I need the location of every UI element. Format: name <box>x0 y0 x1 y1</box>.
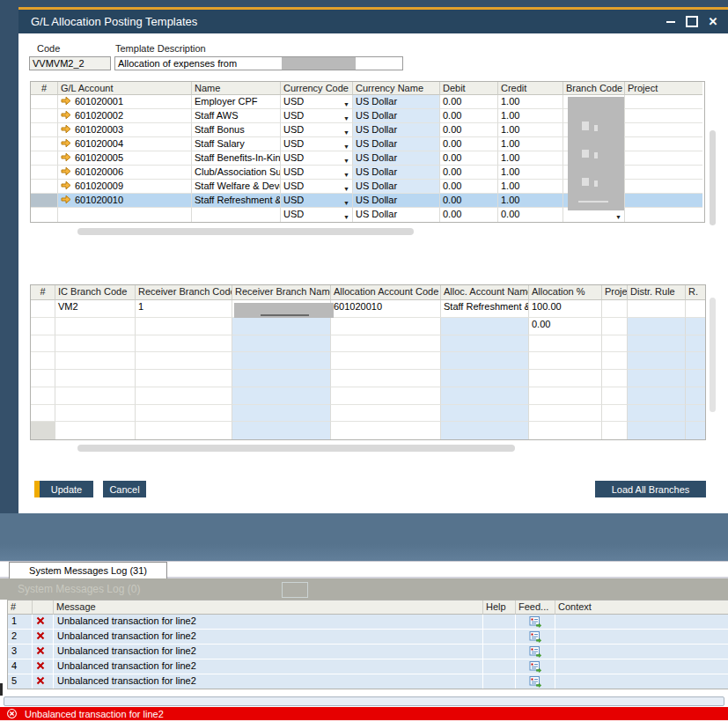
credit-cell[interactable]: 1.00 <box>498 166 563 180</box>
allocation-account-code-cell[interactable] <box>331 335 441 353</box>
currency-code-cell[interactable]: USD▼ <box>281 151 353 166</box>
chevron-down-icon[interactable]: ▼ <box>343 124 349 136</box>
project-cell[interactable] <box>602 300 628 318</box>
r-cell[interactable] <box>686 422 705 439</box>
project-cell[interactable] <box>625 137 702 151</box>
help-cell[interactable] <box>483 630 516 644</box>
r-cell[interactable] <box>686 387 705 405</box>
load-all-branches-button[interactable]: Load All Branches <box>595 481 706 497</box>
project-cell[interactable] <box>625 109 702 123</box>
credit-cell[interactable]: 0.00 <box>498 208 563 222</box>
chevron-down-icon[interactable]: ▼ <box>343 110 349 122</box>
context-cell[interactable] <box>555 674 728 689</box>
row-selector[interactable] <box>31 208 58 222</box>
distr-rule-cell[interactable] <box>628 387 686 405</box>
r-cell[interactable] <box>686 405 705 423</box>
debit-cell[interactable]: 0.00 <box>440 95 498 109</box>
receiver-branch-code-cell[interactable]: 1 <box>136 300 232 318</box>
currency-name-cell[interactable]: US Dollar <box>353 137 440 151</box>
chevron-down-icon[interactable]: ▼ <box>343 180 349 193</box>
chevron-down-icon[interactable]: ▼ <box>343 138 349 151</box>
credit-cell[interactable]: 1.00 <box>498 180 563 194</box>
gl-account-cell[interactable]: 601020002 <box>58 109 192 123</box>
receiver-branch-name-cell[interactable] <box>232 335 331 353</box>
row-selector[interactable] <box>31 109 58 123</box>
messages-panel-titlebar[interactable]: System Messages Log (0) <box>0 578 728 600</box>
alloc-account-name-cell[interactable] <box>441 387 529 405</box>
row-selector[interactable] <box>31 123 58 137</box>
gl-account-cell[interactable]: 601020001 <box>58 95 192 109</box>
ic-branch-code-cell[interactable] <box>55 422 136 439</box>
window-titlebar[interactable]: G/L Allocation Posting Templates ✕ <box>18 10 728 33</box>
allocation-account-code-cell[interactable] <box>331 422 441 439</box>
receiver-branch-name-cell[interactable] <box>232 387 331 405</box>
gl-account-cell[interactable]: 601020009 <box>58 180 192 194</box>
name-cell[interactable]: Staff Refreshment & W <box>192 194 281 208</box>
receiver-branch-code-cell[interactable] <box>136 370 232 387</box>
ic-branch-code-cell[interactable] <box>55 318 136 335</box>
receiver-branch-name-cell[interactable] <box>232 370 331 387</box>
project-cell[interactable] <box>625 180 702 194</box>
project-cell[interactable] <box>602 335 628 353</box>
debit-cell[interactable]: 0.00 <box>440 208 498 222</box>
link-arrow-icon[interactable] <box>61 195 71 207</box>
ic-branch-code-cell[interactable] <box>55 335 136 353</box>
link-arrow-icon[interactable] <box>61 124 71 136</box>
r-cell[interactable] <box>686 352 705 370</box>
name-cell[interactable]: Staff Welfare & Devel <box>192 180 281 194</box>
ic-branch-code-cell[interactable] <box>55 370 136 387</box>
minimize-icon[interactable] <box>663 14 679 30</box>
link-arrow-icon[interactable] <box>61 96 71 108</box>
help-cell[interactable] <box>483 645 516 659</box>
currency-code-cell[interactable]: USD▼ <box>281 137 353 151</box>
project-cell[interactable] <box>602 370 628 387</box>
name-cell[interactable] <box>192 208 281 222</box>
currency-name-cell[interactable]: US Dollar <box>353 180 440 194</box>
receiver-branch-name-cell[interactable] <box>232 318 331 335</box>
project-cell[interactable] <box>602 387 628 405</box>
row-selector[interactable] <box>31 137 58 151</box>
distr-rule-cell[interactable] <box>628 318 686 335</box>
allocation-pct-cell[interactable]: 0.00 <box>529 318 602 335</box>
help-cell[interactable] <box>483 615 516 629</box>
message-row[interactable]: 4 Unbalanced transaction for line2 <box>8 659 728 674</box>
allocation-pct-cell[interactable]: 100.00 <box>529 300 602 318</box>
ic-branch-code-cell[interactable] <box>55 352 136 370</box>
row-selector[interactable] <box>31 422 55 439</box>
alloc-account-name-cell[interactable] <box>441 405 529 423</box>
allocation-pct-cell[interactable] <box>529 335 602 353</box>
allocation-row-empty[interactable] <box>31 352 705 370</box>
name-cell[interactable]: Staff Bonus <box>192 123 281 137</box>
receiver-branch-code-cell[interactable] <box>136 352 232 370</box>
debit-cell[interactable]: 0.00 <box>440 194 498 208</box>
project-cell[interactable] <box>625 95 702 109</box>
allocation-account-code-cell[interactable] <box>331 387 441 405</box>
name-cell[interactable]: Staff Benefits-In-Kind <box>192 151 281 166</box>
vertical-scrollbar[interactable] <box>710 130 716 225</box>
link-arrow-icon[interactable] <box>61 138 71 151</box>
r-cell[interactable] <box>686 300 705 318</box>
row-selector[interactable] <box>31 95 58 109</box>
currency-code-cell[interactable]: USD▼ <box>281 123 353 137</box>
credit-cell[interactable]: 1.00 <box>498 194 563 208</box>
debit-cell[interactable]: 0.00 <box>440 137 498 151</box>
currency-code-cell[interactable]: USD▼ <box>281 208 353 222</box>
project-cell[interactable] <box>602 405 628 423</box>
cancel-button[interactable]: Cancel <box>103 481 146 497</box>
gl-account-cell[interactable]: 601020003 <box>58 123 192 137</box>
help-cell[interactable] <box>483 659 516 674</box>
currency-name-cell[interactable]: US Dollar <box>353 151 440 166</box>
alloc-account-name-cell[interactable] <box>441 352 529 370</box>
r-cell[interactable] <box>686 318 705 335</box>
allocation-row-empty[interactable] <box>31 335 705 353</box>
link-arrow-icon[interactable] <box>61 166 71 179</box>
chevron-down-icon[interactable]: ▼ <box>343 152 349 165</box>
credit-cell[interactable]: 1.00 <box>498 123 563 137</box>
allocation-row-empty[interactable] <box>31 405 705 423</box>
message-row[interactable]: 2 Unbalanced transaction for line2 <box>8 630 728 645</box>
distr-rule-cell[interactable] <box>628 405 686 423</box>
credit-cell[interactable]: 1.00 <box>498 95 563 109</box>
message-row[interactable]: 1 Unbalanced transaction for line2 <box>8 615 728 630</box>
allocation-account-code-cell[interactable] <box>331 370 441 387</box>
row-selector[interactable] <box>31 300 55 318</box>
